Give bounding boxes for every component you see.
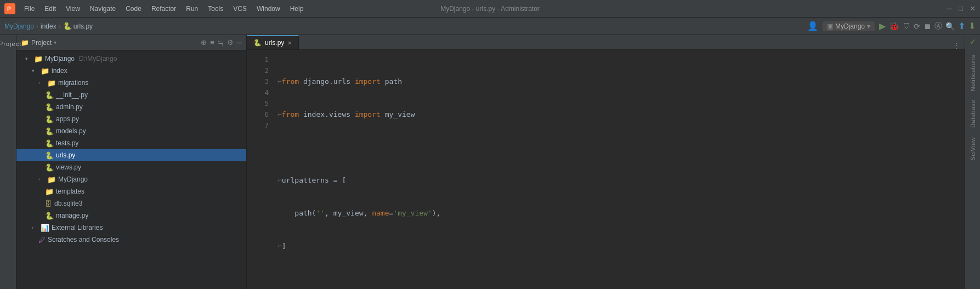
coverage-button[interactable]: ⛉ — [903, 22, 910, 31]
tree-item-db[interactable]: 🗄 db.sqlite3 — [16, 197, 246, 209]
tree-item-admin[interactable]: 🐍 admin.py — [16, 101, 246, 113]
line-num-6: 6 — [247, 109, 269, 120]
line-num-7: 7 — [247, 120, 269, 131]
tree-item-index[interactable]: ▾ 📁 index — [16, 65, 246, 77]
tab-file-icon: 🐍 — [253, 39, 262, 47]
file-tree: ▾ 📁 MyDjango D:\MyDjango ▾ 📁 index › 📁 m… — [16, 50, 246, 289]
collapse-all-btn[interactable]: ≡ — [210, 38, 214, 47]
apps-py-icon: 🐍 — [45, 115, 54, 123]
root-folder-label: MyDjango — [45, 55, 75, 63]
menu-edit[interactable]: Edit — [40, 3, 60, 15]
breadcrumb: MyDjango › index › 🐍 urls.py — [4, 22, 93, 30]
menu-bar: File Edit View Navigate Code Refactor Ru… — [20, 3, 308, 15]
settings-btn[interactable]: ⚙ — [227, 38, 234, 47]
tree-item-migrations[interactable]: › 📁 migrations — [16, 77, 246, 89]
tree-item-models[interactable]: 🐍 models.py — [16, 125, 246, 137]
breadcrumb-index[interactable]: index — [41, 22, 56, 30]
tree-item-ext-libs[interactable]: › 📊 External Libraries — [16, 222, 246, 234]
window-title: MyDjango - urls.py - Administrator — [440, 5, 540, 13]
editor-tab-urls[interactable]: 🐍 urls.py ✕ — [247, 35, 299, 49]
tab-close-btn[interactable]: ✕ — [287, 40, 292, 46]
project-strip-icon[interactable]: Project — [2, 37, 15, 50]
manage-py-label: manage.py — [56, 212, 88, 219]
breadcrumb-filename: urls.py — [73, 22, 93, 30]
breadcrumb-sep1: › — [36, 22, 38, 30]
breadcrumb-file[interactable]: 🐍 urls.py — [63, 22, 93, 30]
urls-py-icon: 🐍 — [45, 151, 54, 160]
chevron-index: ▾ — [32, 68, 38, 73]
code-line-5: path('', my_view, name='my_view'), — [277, 208, 965, 219]
svg-text:P: P — [7, 6, 11, 12]
panel-title-label: Project — [31, 39, 52, 47]
chevron-mydj-sub: › — [38, 177, 45, 182]
toolbar-icons: ▶ 🐞 ⛉ ⟳ ⏹ Ⓐ 🔍 ⬆ ⬇ — [879, 21, 976, 31]
search-button[interactable]: 🔍 — [945, 22, 955, 31]
ext-libs-icon: 📊 — [41, 224, 49, 232]
panel-chevron-icon[interactable]: ▾ — [54, 39, 56, 46]
apps-py-label: apps.py — [56, 115, 79, 123]
menu-file[interactable]: File — [20, 3, 39, 15]
expand-all-btn[interactable]: ≒ — [218, 38, 224, 47]
migrations-icon: 📁 — [47, 79, 56, 87]
admin-py-label: admin.py — [56, 103, 83, 111]
code-content[interactable]: ⌐from django.urls import path ⌐from inde… — [273, 50, 965, 289]
db-label: db.sqlite3 — [54, 200, 82, 207]
window-minimize-btn[interactable]: ─ — [947, 4, 952, 13]
tree-item-mydj-root[interactable]: ▾ 📁 MyDjango D:\MyDjango — [16, 53, 246, 65]
scratches-icon: 🖊 — [38, 236, 46, 244]
profile-button[interactable]: ⟳ — [914, 22, 920, 31]
menu-window[interactable]: Window — [252, 3, 285, 15]
tree-item-tests[interactable]: 🐍 tests.py — [16, 137, 246, 149]
window-maximize-btn[interactable]: □ — [959, 4, 963, 13]
translate-button[interactable]: Ⓐ — [934, 21, 942, 31]
breadcrumb-mydj[interactable]: MyDjango — [4, 22, 34, 30]
debug-button[interactable]: 🐞 — [889, 21, 899, 31]
stop-button[interactable]: ⏹ — [924, 22, 931, 31]
menu-code[interactable]: Code — [121, 3, 146, 15]
run-config-selector[interactable]: ▣ MyDjango ▾ — [823, 21, 875, 31]
menu-tools[interactable]: Tools — [203, 3, 228, 15]
notifications-label[interactable]: Notifications — [970, 50, 976, 95]
user-icon[interactable]: 👤 — [807, 21, 818, 31]
run-button[interactable]: ▶ — [879, 21, 886, 31]
tree-item-mydj-sub[interactable]: › 📁 MyDjango — [16, 173, 246, 185]
models-py-icon: 🐍 — [45, 127, 54, 135]
tree-item-scratches[interactable]: 🖊 Scratches and Consoles — [16, 234, 246, 246]
editor-tabs-actions: ⋮ — [953, 41, 965, 49]
locate-in-tree-btn[interactable]: ⊕ — [201, 38, 207, 47]
plugin-button2[interactable]: ⬇ — [968, 21, 976, 31]
menu-help[interactable]: Help — [286, 3, 308, 15]
tabs-menu-btn[interactable]: ⋮ — [953, 41, 960, 49]
tree-item-apps[interactable]: 🐍 apps.py — [16, 113, 246, 125]
close-panel-btn[interactable]: ─ — [237, 38, 242, 47]
database-label[interactable]: Database — [970, 95, 976, 132]
menu-vcs[interactable]: VCS — [229, 3, 251, 15]
templates-icon: 📁 — [45, 188, 54, 196]
tree-item-manage[interactable]: 🐍 manage.py — [16, 209, 246, 222]
menu-refactor[interactable]: Refactor — [147, 3, 180, 15]
tree-item-views[interactable]: 🐍 views.py — [16, 161, 246, 173]
plugin-button1[interactable]: ⬆ — [958, 21, 965, 31]
menu-view[interactable]: View — [61, 3, 84, 15]
line-num-1: 1 — [247, 54, 269, 65]
panel-actions: ⊕ ≡ ≒ ⚙ ─ — [201, 38, 242, 47]
tree-item-urls[interactable]: 🐍 urls.py — [16, 149, 246, 161]
index-folder-label: index — [52, 67, 67, 75]
index-folder-icon: 📁 — [41, 67, 49, 75]
window-close-btn[interactable]: ✕ — [970, 4, 976, 13]
menu-run[interactable]: Run — [182, 3, 202, 15]
nav-bar-right: 👤 ▣ MyDjango ▾ ▶ 🐞 ⛉ ⟳ ⏹ Ⓐ 🔍 ⬆ ⬇ — [807, 21, 976, 31]
tree-item-templates[interactable]: 📁 templates — [16, 185, 246, 197]
code-line-4: ⌐urlpatterns = [ — [277, 175, 965, 186]
tests-py-label: tests.py — [56, 139, 78, 147]
panel-title: 📁 Project ▾ — [21, 39, 56, 47]
code-area[interactable]: 1 2 3 4 5 6 7 ⌐from django.urls import p… — [247, 50, 965, 289]
tree-item-init[interactable]: 🐍 __init__.py — [16, 89, 246, 101]
line-numbers: 1 2 3 4 5 6 7 — [247, 50, 273, 289]
title-bar: P File Edit View Navigate Code Refactor … — [0, 0, 980, 18]
line-num-2: 2 — [247, 65, 269, 76]
code-line-7 — [277, 274, 965, 285]
run-config-chevron: ▾ — [867, 22, 870, 30]
menu-navigate[interactable]: Navigate — [86, 3, 120, 15]
sciview-label[interactable]: SciView — [970, 133, 976, 165]
